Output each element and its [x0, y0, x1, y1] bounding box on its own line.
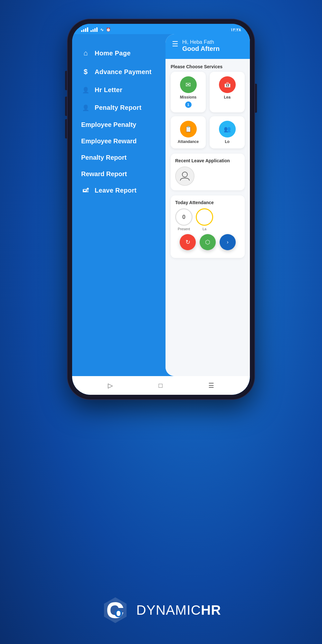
dollar-icon: $	[81, 68, 90, 76]
hamburger-button[interactable]: ☰	[172, 40, 178, 48]
drawer-item-penalty-main[interactable]: 👤 Penalty Report	[72, 99, 172, 117]
drawer-advance-label: Advance Payment	[95, 68, 152, 76]
missions-label: Missions	[180, 95, 196, 99]
person-icon: 👤	[81, 87, 90, 94]
recent-leave-section: Recent Leave Application	[171, 154, 245, 190]
service-attendance[interactable]: 📋 Attandance	[171, 116, 206, 148]
header-text: Hi, Heba Fath Good Aftern	[182, 39, 243, 52]
brand-hr: HR	[201, 602, 221, 618]
nav-back-button[interactable]: ▷	[108, 382, 113, 389]
today-attendance-section: Today Attendance 0 Present La	[171, 195, 245, 258]
fab-green-icon: ⬡	[205, 239, 210, 246]
phone-screen: ∿ ⏰ ١٢:٢٨ ⌂ Home Page $	[72, 24, 250, 395]
greeting-text: Good Aftern	[182, 45, 243, 52]
location-icon-wrap: 👥	[219, 121, 236, 137]
leave-service-icon: 📅	[224, 81, 231, 88]
drawer-item-leave-report[interactable]: 🛋 Leave Report	[72, 182, 172, 199]
attendance-grid: 0 Present La	[175, 208, 240, 231]
service-location[interactable]: 👥 Lo	[210, 116, 245, 148]
drawer-item-reward-report[interactable]: Reward Report	[72, 166, 172, 182]
signal-bars	[81, 27, 88, 32]
phone-shell: ∿ ⏰ ١٢:٢٨ ⌂ Home Page $	[68, 19, 254, 399]
drawer-item-home[interactable]: ⌂ Home Page	[72, 44, 172, 62]
status-bar: ∿ ⏰ ١٢:٢٨	[72, 24, 250, 34]
drawer-item-employee-penalty[interactable]: Employee Penalty	[72, 117, 172, 133]
status-time: ١٢:٢٨	[231, 27, 241, 32]
service-missions[interactable]: ✉ Missions 1	[171, 72, 206, 112]
brand-name: DYNAMICHR	[136, 602, 221, 618]
main-header: ☰ Hi, Heba Fath Good Aftern	[166, 34, 250, 59]
drawer-penalty-report-label: Penalty Report	[81, 154, 127, 161]
fab-area: ↻ ⬡ ›	[175, 231, 240, 253]
missions-icon: ✉	[185, 81, 191, 89]
drawer-item-advance[interactable]: $ Advance Payment	[72, 62, 172, 81]
status-left: ∿ ⏰	[81, 27, 111, 32]
drawer-leave-report-label: Leave Report	[95, 187, 137, 194]
present-circle: 0	[175, 208, 193, 226]
brand-logo	[101, 596, 130, 625]
drawer-hr-label: Hr Letter	[95, 86, 122, 94]
fab-blue[interactable]: ›	[220, 234, 236, 250]
alarm-icon: ⏰	[106, 27, 111, 32]
leave-icon: 🛋	[81, 187, 90, 194]
services-title: Please Choose Services	[171, 64, 245, 69]
drawer-penalty-label: Penalty Report	[95, 104, 141, 111]
home-icon: ⌂	[81, 49, 90, 57]
bottom-nav: ▷ □ ☰	[72, 376, 250, 395]
main-body: Please Choose Services ✉ Missions 1	[166, 59, 250, 376]
today-attendance-title: Today Attendance	[175, 200, 240, 205]
leave-icon-wrap: 📅	[219, 76, 236, 93]
present-label: Present	[178, 227, 190, 231]
leave-label: Lea	[224, 95, 231, 99]
hi-text: Hi, Heba Fath	[182, 39, 243, 45]
attendance-icon-wrap: 📋	[180, 121, 197, 137]
nav-menu-button[interactable]: ☰	[208, 382, 214, 389]
service-leave[interactable]: 📅 Lea	[210, 72, 245, 112]
fab-red[interactable]: ↻	[180, 234, 196, 250]
penalty-icon: 👤	[81, 104, 90, 111]
screen-content: ⌂ Home Page $ Advance Payment 👤 Hr Lette…	[72, 34, 250, 376]
recent-leave-title: Recent Leave Application	[175, 158, 240, 163]
missions-icon-wrap: ✉	[180, 76, 197, 93]
drawer-item-employee-reward[interactable]: Employee Reward	[72, 133, 172, 149]
phone-mockup: ∿ ⏰ ١٢:٢٨ ⌂ Home Page $	[68, 19, 254, 399]
nav-home-button[interactable]: □	[158, 382, 162, 389]
drawer-emp-penalty-label: Employee Penalty	[81, 121, 136, 128]
services-section: Please Choose Services ✉ Missions 1	[171, 64, 245, 148]
wifi-icon: ∿	[100, 27, 104, 32]
fab-red-icon: ↻	[185, 239, 190, 246]
late-circle	[196, 208, 213, 226]
drawer-emp-reward-label: Employee Reward	[81, 137, 137, 145]
services-grid: ✉ Missions 1 📅 Le	[171, 72, 245, 148]
drawer-home-label: Home Page	[95, 50, 131, 57]
attendance-service-icon: 📋	[185, 126, 192, 133]
nav-drawer: ⌂ Home Page $ Advance Payment 👤 Hr Lette…	[72, 34, 172, 376]
missions-badge: 1	[185, 101, 192, 108]
signal-bars-2	[90, 27, 98, 32]
attendance-label: Attandance	[178, 139, 199, 144]
main-panel: ☰ Hi, Heba Fath Good Aftern Please Choos…	[166, 34, 250, 376]
svg-point-0	[182, 172, 187, 177]
location-label: Lo	[225, 139, 230, 144]
fab-blue-icon: ›	[227, 239, 228, 245]
late-label: La	[203, 227, 206, 231]
location-service-icon: 👥	[224, 126, 231, 133]
leave-avatar	[175, 166, 194, 186]
drawer-item-hr-letter[interactable]: 👤 Hr Letter	[72, 81, 172, 99]
drawer-item-penalty-report[interactable]: Penalty Report	[72, 149, 172, 166]
brand-footer: DYNAMICHR	[101, 586, 221, 644]
brand-dynamic: DYNAMIC	[136, 602, 201, 618]
drawer-reward-report-label: Reward Report	[81, 170, 127, 177]
fab-green[interactable]: ⬡	[200, 234, 216, 250]
